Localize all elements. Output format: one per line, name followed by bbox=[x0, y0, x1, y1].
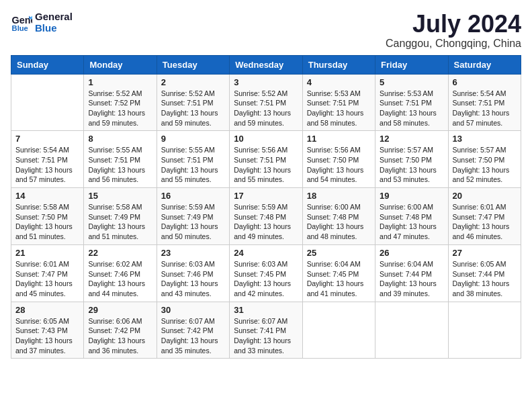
sunrise-text: Sunrise: 6:01 AM bbox=[453, 203, 506, 211]
weekday-header-saturday: Saturday bbox=[448, 55, 521, 74]
calendar-week-row: 14 Sunrise: 5:58 AM Sunset: 7:50 PM Dayl… bbox=[11, 188, 521, 245]
sunset-text: Sunset: 7:47 PM bbox=[15, 270, 68, 278]
sunset-text: Sunset: 7:47 PM bbox=[453, 213, 505, 221]
daylight-text: Daylight: 13 hours and 45 minutes. bbox=[15, 279, 73, 298]
day-number: 20 bbox=[453, 191, 517, 201]
sunrise-text: Sunrise: 5:59 AM bbox=[234, 203, 287, 211]
day-number: 14 bbox=[15, 191, 79, 201]
calendar-week-row: 28 Sunrise: 6:05 AM Sunset: 7:43 PM Dayl… bbox=[11, 302, 521, 359]
day-number: 28 bbox=[15, 305, 79, 315]
daylight-text: Daylight: 13 hours and 51 minutes. bbox=[15, 222, 73, 240]
calendar-cell: 30 Sunrise: 6:07 AM Sunset: 7:42 PM Dayl… bbox=[157, 302, 229, 359]
sunrise-text: Sunrise: 5:58 AM bbox=[88, 203, 142, 211]
calendar-cell: 24 Sunrise: 6:03 AM Sunset: 7:45 PM Dayl… bbox=[230, 244, 302, 302]
sunset-text: Sunset: 7:41 PM bbox=[234, 326, 286, 334]
sunrise-text: Sunrise: 6:03 AM bbox=[161, 260, 215, 268]
day-info: Sunrise: 5:56 AM Sunset: 7:50 PM Dayligh… bbox=[307, 145, 371, 185]
daylight-text: Daylight: 13 hours and 54 minutes. bbox=[307, 166, 364, 184]
daylight-text: Daylight: 13 hours and 43 minutes. bbox=[161, 279, 218, 298]
daylight-text: Daylight: 13 hours and 46 minutes. bbox=[453, 222, 510, 240]
calendar-cell: 25 Sunrise: 6:04 AM Sunset: 7:45 PM Dayl… bbox=[302, 244, 375, 302]
sunrise-text: Sunrise: 5:54 AM bbox=[453, 89, 506, 97]
logo-icon: General Blue bbox=[11, 11, 32, 33]
sunrise-text: Sunrise: 5:52 AM bbox=[234, 89, 287, 97]
day-info: Sunrise: 6:01 AM Sunset: 7:47 PM Dayligh… bbox=[15, 259, 79, 299]
sunrise-text: Sunrise: 6:07 AM bbox=[161, 317, 215, 325]
calendar-cell: 26 Sunrise: 6:04 AM Sunset: 7:44 PM Dayl… bbox=[375, 244, 448, 302]
sunset-text: Sunset: 7:44 PM bbox=[380, 270, 432, 278]
day-number: 10 bbox=[234, 134, 298, 144]
sunset-text: Sunset: 7:52 PM bbox=[88, 99, 140, 107]
sunset-text: Sunset: 7:51 PM bbox=[161, 156, 214, 164]
calendar-table: SundayMondayTuesdayWednesdayThursdayFrid… bbox=[11, 55, 521, 359]
daylight-text: Daylight: 13 hours and 56 minutes. bbox=[88, 166, 145, 184]
sunset-text: Sunset: 7:51 PM bbox=[234, 99, 286, 107]
day-info: Sunrise: 6:00 AM Sunset: 7:48 PM Dayligh… bbox=[307, 202, 371, 242]
calendar-week-row: 21 Sunrise: 6:01 AM Sunset: 7:47 PM Dayl… bbox=[11, 244, 521, 302]
calendar-cell: 10 Sunrise: 5:56 AM Sunset: 7:51 PM Dayl… bbox=[230, 131, 302, 188]
calendar-cell: 11 Sunrise: 5:56 AM Sunset: 7:50 PM Dayl… bbox=[302, 131, 375, 188]
calendar-cell: 14 Sunrise: 5:58 AM Sunset: 7:50 PM Dayl… bbox=[11, 188, 84, 245]
sunrise-text: Sunrise: 6:03 AM bbox=[234, 260, 287, 268]
sunset-text: Sunset: 7:48 PM bbox=[380, 213, 432, 221]
sunset-text: Sunset: 7:42 PM bbox=[161, 326, 214, 334]
sunrise-text: Sunrise: 6:04 AM bbox=[380, 260, 433, 268]
logo-line2: Blue bbox=[35, 22, 73, 34]
sunrise-text: Sunrise: 5:53 AM bbox=[380, 89, 433, 97]
weekday-header-friday: Friday bbox=[375, 55, 448, 74]
calendar-cell: 13 Sunrise: 5:57 AM Sunset: 7:50 PM Dayl… bbox=[448, 131, 521, 188]
calendar-cell: 31 Sunrise: 6:07 AM Sunset: 7:41 PM Dayl… bbox=[230, 302, 302, 359]
calendar-cell: 6 Sunrise: 5:54 AM Sunset: 7:51 PM Dayli… bbox=[448, 74, 521, 131]
sunrise-text: Sunrise: 6:05 AM bbox=[453, 260, 506, 268]
daylight-text: Daylight: 13 hours and 41 minutes. bbox=[307, 279, 364, 298]
calendar-week-row: 1 Sunrise: 5:52 AM Sunset: 7:52 PM Dayli… bbox=[11, 74, 521, 131]
day-info: Sunrise: 5:59 AM Sunset: 7:48 PM Dayligh… bbox=[234, 202, 298, 242]
sunrise-text: Sunrise: 6:00 AM bbox=[307, 203, 361, 211]
sunset-text: Sunset: 7:49 PM bbox=[161, 213, 214, 221]
sunrise-text: Sunrise: 5:54 AM bbox=[15, 146, 69, 154]
day-number: 18 bbox=[307, 191, 371, 201]
day-number: 2 bbox=[161, 77, 225, 87]
sunrise-text: Sunrise: 5:55 AM bbox=[88, 146, 142, 154]
calendar-cell: 22 Sunrise: 6:02 AM Sunset: 7:46 PM Dayl… bbox=[84, 244, 157, 302]
sunrise-text: Sunrise: 6:00 AM bbox=[380, 203, 433, 211]
sunrise-text: Sunrise: 5:56 AM bbox=[234, 146, 287, 154]
sunset-text: Sunset: 7:42 PM bbox=[88, 326, 140, 334]
svg-text:Blue: Blue bbox=[12, 24, 28, 32]
weekday-header-thursday: Thursday bbox=[302, 55, 375, 74]
daylight-text: Daylight: 13 hours and 59 minutes. bbox=[161, 109, 218, 127]
sunrise-text: Sunrise: 6:05 AM bbox=[15, 317, 69, 325]
calendar-cell: 17 Sunrise: 5:59 AM Sunset: 7:48 PM Dayl… bbox=[230, 188, 302, 245]
calendar-cell: 8 Sunrise: 5:55 AM Sunset: 7:51 PM Dayli… bbox=[84, 131, 157, 188]
daylight-text: Daylight: 13 hours and 57 minutes. bbox=[453, 109, 510, 127]
calendar-cell: 29 Sunrise: 6:06 AM Sunset: 7:42 PM Dayl… bbox=[84, 302, 157, 359]
sunset-text: Sunset: 7:46 PM bbox=[161, 270, 214, 278]
daylight-text: Daylight: 13 hours and 49 minutes. bbox=[234, 222, 291, 240]
sunset-text: Sunset: 7:44 PM bbox=[453, 270, 505, 278]
calendar-cell: 18 Sunrise: 6:00 AM Sunset: 7:48 PM Dayl… bbox=[302, 188, 375, 245]
calendar-cell: 2 Sunrise: 5:52 AM Sunset: 7:51 PM Dayli… bbox=[157, 74, 229, 131]
day-info: Sunrise: 5:58 AM Sunset: 7:50 PM Dayligh… bbox=[15, 202, 79, 242]
sunrise-text: Sunrise: 6:07 AM bbox=[234, 317, 287, 325]
sunrise-text: Sunrise: 5:57 AM bbox=[453, 146, 506, 154]
day-number: 13 bbox=[453, 134, 517, 144]
sunrise-text: Sunrise: 5:59 AM bbox=[161, 203, 215, 211]
location-subtitle: Canggou, Chongqing, China bbox=[386, 38, 521, 50]
day-number: 3 bbox=[234, 77, 298, 87]
day-info: Sunrise: 6:02 AM Sunset: 7:46 PM Dayligh… bbox=[88, 259, 152, 299]
daylight-text: Daylight: 13 hours and 57 minutes. bbox=[15, 166, 73, 184]
daylight-text: Daylight: 13 hours and 59 minutes. bbox=[234, 109, 291, 127]
day-number: 29 bbox=[88, 305, 152, 315]
day-info: Sunrise: 6:07 AM Sunset: 7:41 PM Dayligh… bbox=[234, 316, 298, 356]
sunset-text: Sunset: 7:46 PM bbox=[88, 270, 140, 278]
sunset-text: Sunset: 7:45 PM bbox=[234, 270, 286, 278]
calendar-cell bbox=[302, 302, 375, 359]
sunrise-text: Sunrise: 5:57 AM bbox=[380, 146, 433, 154]
day-info: Sunrise: 6:03 AM Sunset: 7:46 PM Dayligh… bbox=[161, 259, 225, 299]
day-info: Sunrise: 5:53 AM Sunset: 7:51 PM Dayligh… bbox=[380, 89, 443, 128]
calendar-cell: 16 Sunrise: 5:59 AM Sunset: 7:49 PM Dayl… bbox=[157, 188, 229, 245]
sunset-text: Sunset: 7:45 PM bbox=[307, 270, 359, 278]
sunrise-text: Sunrise: 5:55 AM bbox=[161, 146, 215, 154]
calendar-cell: 5 Sunrise: 5:53 AM Sunset: 7:51 PM Dayli… bbox=[375, 74, 448, 131]
sunrise-text: Sunrise: 6:01 AM bbox=[15, 260, 69, 268]
